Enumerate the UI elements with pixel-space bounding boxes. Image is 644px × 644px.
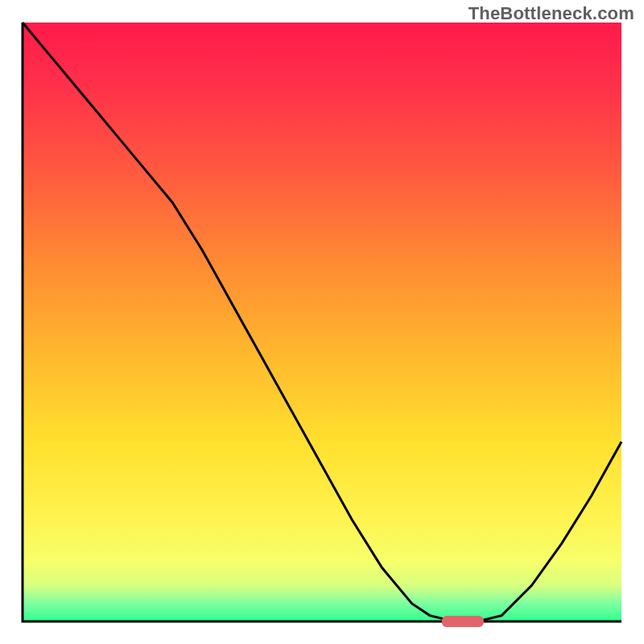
chart-canvas: TheBottleneck.com — [0, 0, 644, 644]
chart-svg — [0, 0, 644, 644]
watermark-text: TheBottleneck.com — [469, 3, 634, 24]
plot-background — [23, 23, 621, 621]
optimal-marker — [442, 616, 484, 627]
